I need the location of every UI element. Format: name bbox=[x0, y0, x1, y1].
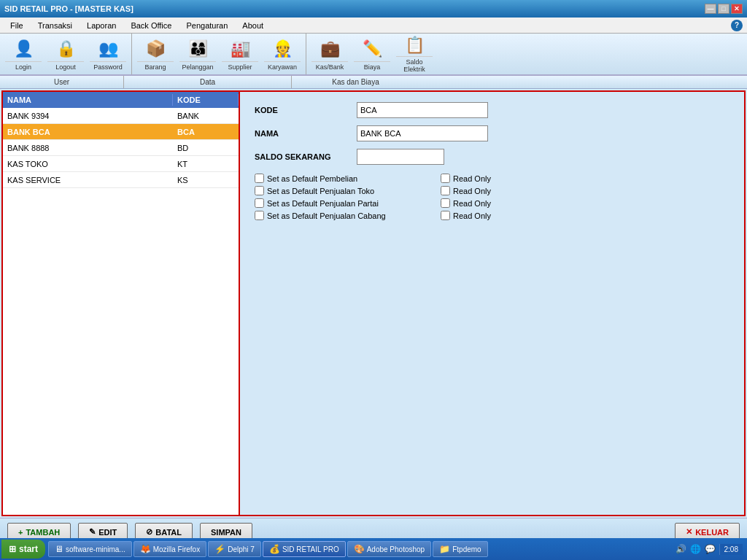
checkbox-pembelian[interactable] bbox=[255, 174, 264, 183]
checkbox-row-2: Set as Default Penjualan Toko Read Only bbox=[255, 186, 729, 195]
network-icon: 🌐 bbox=[690, 543, 702, 555]
help-icon[interactable]: ? bbox=[731, 20, 743, 31]
list-item[interactable]: BANK 8888 BD bbox=[3, 140, 239, 156]
checkbox-readonly-toko[interactable] bbox=[441, 186, 450, 195]
taskbar-firefox[interactable]: 🦊 Mozilla Firefox bbox=[133, 541, 206, 557]
title-bar-text: SID RETAIL PRO - [MASTER KAS] bbox=[4, 4, 133, 13]
logout-icon: 🔒 bbox=[54, 37, 77, 60]
checkbox-penjualan-cabang[interactable] bbox=[255, 211, 264, 220]
toolbar-user-group: 👤 Login 🔒 Logout 👥 Password bbox=[0, 34, 132, 74]
taskbar-software[interactable]: 🖥 software-minima... bbox=[48, 541, 132, 557]
section-label-user: User bbox=[0, 76, 124, 88]
saldo-label: Saldo Elektrik bbox=[396, 56, 433, 73]
toolbar-karyawan-button[interactable]: 👷 Karyawan bbox=[262, 35, 303, 73]
kasbank-label: Kas/Bank bbox=[311, 61, 348, 71]
readonly-cabang-label: Read Only bbox=[453, 211, 491, 220]
menu-file[interactable]: File bbox=[3, 18, 31, 33]
tambah-icon: + bbox=[18, 528, 23, 537]
toolbar-logout-button[interactable]: 🔒 Logout bbox=[45, 35, 86, 73]
batal-icon: ⊘ bbox=[146, 527, 152, 537]
pelanggan-icon: 👨‍👩‍👦 bbox=[186, 37, 209, 60]
taskbar-delphi[interactable]: ⚡ Delphi 7 bbox=[208, 541, 261, 557]
taskbar: ⊞ start 🖥 software-minima... 🦊 Mozilla F… bbox=[0, 538, 747, 560]
saldo-input[interactable] bbox=[357, 149, 444, 165]
taskbar-photoshop[interactable]: 🎨 Adobe Photoshop bbox=[347, 541, 432, 557]
close-button[interactable]: ✕ bbox=[731, 4, 743, 14]
firefox-label: Mozilla Firefox bbox=[153, 545, 200, 553]
keluar-icon: ✕ bbox=[686, 527, 692, 537]
menu-about[interactable]: About bbox=[235, 18, 271, 33]
sid-retail-icon: 💰 bbox=[269, 544, 280, 554]
toolbar-login-button[interactable]: 👤 Login bbox=[3, 35, 44, 73]
list-item[interactable]: KAS SERVICE KS bbox=[3, 172, 239, 188]
left-panel: NAMA KODE BANK 9394 BANK BANK BCA BCA BA… bbox=[3, 92, 240, 515]
logout-label: Logout bbox=[47, 61, 84, 71]
tambah-label: TAMBAH bbox=[26, 528, 60, 537]
kasbank-icon: 💼 bbox=[318, 37, 341, 60]
checkbox-penjualan-toko-label: Set as Default Penjualan Toko bbox=[267, 187, 427, 195]
toolbar-data-group: 📦 Barang 👨‍👩‍👦 Pelanggan 🏭 Supplier 👷 Ka… bbox=[132, 34, 306, 74]
toolbar-pelanggan-button[interactable]: 👨‍👩‍👦 Pelanggan bbox=[177, 35, 218, 73]
section-label-kas: Kas dan Biaya bbox=[292, 76, 419, 88]
readonly-toko-label: Read Only bbox=[453, 187, 491, 195]
toolbar-biaya-button[interactable]: ✏️ Biaya bbox=[352, 35, 392, 73]
toolbar-barang-button[interactable]: 📦 Barang bbox=[135, 35, 176, 73]
list-item[interactable]: BANK 9394 BANK bbox=[3, 108, 239, 124]
readonly-partai-label: Read Only bbox=[453, 199, 491, 208]
photoshop-label: Adobe Photoshop bbox=[367, 545, 425, 553]
checkbox-readonly-pembelian[interactable] bbox=[441, 174, 450, 183]
list-body[interactable]: BANK 9394 BANK BANK BCA BCA BANK 8888 BD… bbox=[3, 108, 239, 515]
edit-icon: ✎ bbox=[89, 527, 96, 537]
list-cell-nama: KAS TOKO bbox=[3, 158, 173, 170]
form-row-saldo: SALDO SEKARANG bbox=[255, 149, 729, 165]
checkbox-penjualan-cabang-group: Set as Default Penjualan Cabang bbox=[255, 211, 427, 220]
toolbar-saldo-button[interactable]: 📋 Saldo Elektrik bbox=[394, 35, 435, 73]
volume-icon: 🔊 bbox=[676, 543, 687, 555]
software-label: software-minima... bbox=[66, 545, 125, 553]
checkbox-row-3: Set as Default Penjualan Partai Read Onl… bbox=[255, 198, 729, 208]
toolbar-section-labels: User Data Kas dan Biaya bbox=[0, 76, 747, 89]
menu-laporan[interactable]: Laporan bbox=[80, 18, 123, 33]
toolbar-kas-group: 💼 Kas/Bank ✏️ Biaya 📋 Saldo Elektrik bbox=[306, 34, 438, 74]
checkbox-readonly-partai[interactable] bbox=[441, 198, 450, 208]
taskbar-sid-retail[interactable]: 💰 SID RETAIL PRO bbox=[263, 541, 346, 557]
saldo-icon: 📋 bbox=[403, 36, 426, 55]
ftpdemo-icon: 📁 bbox=[439, 544, 450, 554]
readonly-penjualan-cabang-group: Read Only bbox=[441, 211, 491, 220]
checkbox-penjualan-partai[interactable] bbox=[255, 198, 264, 208]
toolbar-supplier-button[interactable]: 🏭 Supplier bbox=[220, 35, 260, 73]
batal-label: BATAL bbox=[155, 528, 182, 537]
readonly-pembelian-group: Read Only bbox=[441, 174, 491, 183]
software-icon: 🖥 bbox=[55, 544, 63, 554]
list-item[interactable]: KAS TOKO KT bbox=[3, 156, 239, 172]
list-header: NAMA KODE bbox=[3, 92, 239, 108]
toolbar-kasbank-button[interactable]: 💼 Kas/Bank bbox=[309, 35, 350, 73]
start-button[interactable]: ⊞ start bbox=[1, 540, 45, 559]
list-cell-kode: BCA bbox=[173, 126, 239, 138]
checkbox-pembelian-label: Set as Default Pembelian bbox=[267, 174, 427, 183]
readonly-pembelian-label: Read Only bbox=[453, 174, 491, 183]
kode-input[interactable] bbox=[357, 102, 488, 118]
form-row-kode: KODE bbox=[255, 102, 729, 118]
delphi-label: Delphi 7 bbox=[228, 545, 255, 553]
checkbox-section: Set as Default Pembelian Read Only Set a… bbox=[255, 174, 729, 220]
supplier-icon: 🏭 bbox=[228, 37, 252, 60]
checkbox-penjualan-toko[interactable] bbox=[255, 186, 264, 195]
list-cell-kode: BANK bbox=[173, 110, 239, 122]
menu-pengaturan[interactable]: Pengaturan bbox=[179, 18, 235, 33]
taskbar-ftpdemo[interactable]: 📁 Ftpdemo bbox=[433, 541, 487, 557]
checkbox-readonly-cabang[interactable] bbox=[441, 211, 450, 220]
checkbox-row-4: Set as Default Penjualan Cabang Read Onl… bbox=[255, 211, 729, 220]
list-item[interactable]: BANK BCA BCA bbox=[3, 124, 239, 140]
toolbar-password-button[interactable]: 👥 Password bbox=[88, 35, 128, 73]
karyawan-label: Karyawan bbox=[264, 61, 301, 71]
form-row-nama: NAMA bbox=[255, 125, 729, 141]
nama-input[interactable] bbox=[357, 125, 488, 141]
saldo-sekarang-label: SALDO SEKARANG bbox=[255, 152, 357, 161]
minimize-button[interactable]: — bbox=[705, 4, 716, 14]
menu-backoffice[interactable]: Back Office bbox=[123, 18, 179, 33]
title-bar-buttons: — □ ✕ bbox=[705, 4, 743, 14]
toolbar: 👤 Login 🔒 Logout 👥 Password 📦 Barang 👨‍👩… bbox=[0, 34, 747, 76]
menu-transaksi[interactable]: Transaksi bbox=[31, 18, 80, 33]
maximize-button[interactable]: □ bbox=[718, 4, 729, 14]
